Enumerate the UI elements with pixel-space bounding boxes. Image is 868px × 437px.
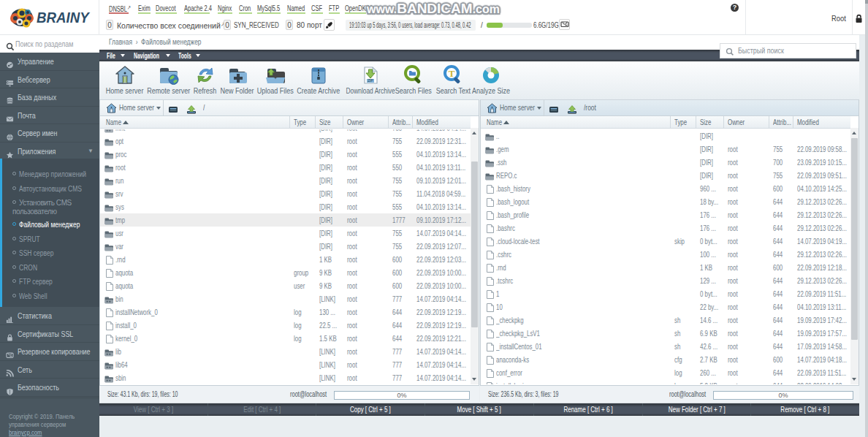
svg-text:ZIP: ZIP <box>368 79 373 83</box>
svg-text:T: T <box>449 68 455 79</box>
